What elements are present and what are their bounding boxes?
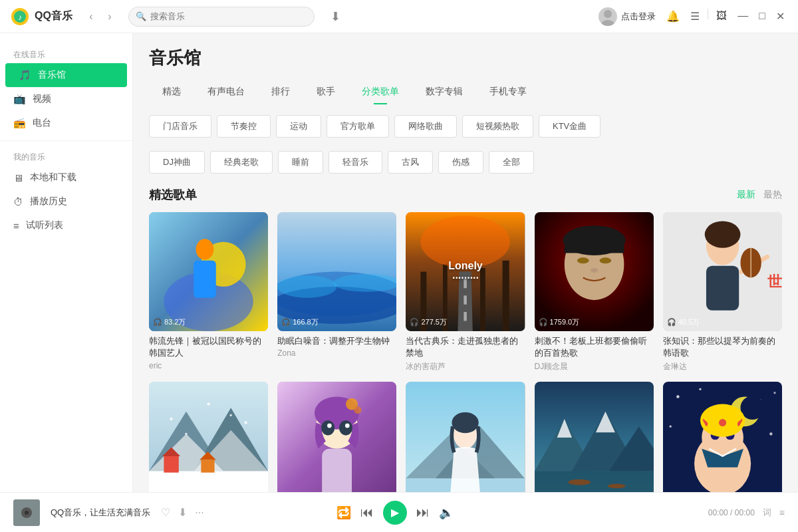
download-button[interactable]: ⬇ [178,506,187,519]
card-1[interactable]: 🎧 83.2万 韩流先锋｜被冠以国民称号的韩国艺人 eric [149,212,268,372]
cat-btn-light[interactable]: 轻音乐 [329,151,382,174]
sidebar-label-radio: 电台 [33,117,51,129]
forward-button[interactable]: › [102,9,118,25]
svg-point-53 [185,432,187,434]
tab-audiobook[interactable]: 有声电台 [194,80,258,104]
svg-point-64 [354,406,362,414]
svg-point-99 [25,511,29,515]
search-bar[interactable]: 🔍 [128,7,315,27]
cat-btn-store[interactable]: 门店音乐 [149,115,211,138]
volume-button[interactable]: 🔈 [439,505,454,520]
card-2-author: Zona [277,348,396,358]
sidebar: 在线音乐 🎵 音乐馆 📺 视频 📻 电台 我的音乐 🖥 本地和下载 ⏱ 播放历史… [0,33,133,492]
sidebar-item-video[interactable]: 📺 视频 [0,87,132,111]
card-4-image [535,212,654,331]
svg-point-86 [769,432,772,435]
card-5[interactable]: 世 🎧 40.5万 张知识：那些以提琴为前奏的韩语歌 金琳达 [663,212,782,372]
card-2[interactable]: 🎧 166.8万 助眠白噪音：调整开学生物钟 Zona [277,212,396,372]
tab-ranking[interactable]: 排行 [258,80,303,104]
svg-rect-23 [464,312,467,321]
sidebar-item-trial-list[interactable]: ≡ 试听列表 [0,213,132,237]
sidebar-item-local-download[interactable]: 🖥 本地和下载 [0,166,132,190]
tab-digital-album[interactable]: 数字专辑 [412,80,476,104]
prev-button[interactable]: ⏮ [360,505,374,520]
notification-icon[interactable]: 🔔 [664,9,682,24]
play-button[interactable]: ▶ [383,501,407,525]
svg-point-61 [345,423,350,428]
playlist-button[interactable]: ≡ [779,507,785,518]
sidebar-item-music-hall[interactable]: 🎵 音乐馆 [5,63,127,87]
skin-icon[interactable]: 🖼 [714,9,730,24]
svg-rect-45 [149,471,268,492]
card-10[interactable] [663,382,782,492]
section-tab-hot[interactable]: 最热 [763,189,782,201]
tabs-bar: 精选 有声电台 排行 歌手 分类歌单 数字专辑 手机专享 [149,80,782,104]
svg-point-30 [591,268,598,273]
tab-category[interactable]: 分类歌单 [348,80,412,104]
tab-artist[interactable]: 歌手 [303,80,348,104]
svg-text:世: 世 [767,273,782,290]
menu-icon[interactable]: ☰ [688,9,702,24]
search-input[interactable] [150,11,307,21]
next-button[interactable]: ⏭ [416,505,430,520]
card-9[interactable] [535,382,654,492]
minimize-button[interactable]: — [735,9,751,24]
card-4[interactable]: 🎧 1759.0万 刺激不！老板上班都要偷偷听的百首热歌 DJ顾念晨 [535,212,654,372]
svg-point-52 [244,421,247,424]
tab-featured[interactable]: 精选 [149,80,194,104]
cat-btn-sleep[interactable]: 睡前 [278,151,323,174]
cat-btn-sad[interactable]: 伤感 [438,151,483,174]
user-area[interactable]: 点击登录 [598,7,656,26]
cat-btn-ktv[interactable]: KTV金曲 [539,115,600,138]
cat-btn-short-video[interactable]: 短视频热歌 [462,115,533,138]
headphone-icon-3: 🎧 [410,318,419,327]
maximize-button[interactable]: □ [756,9,768,24]
cards-grid-row2 [149,382,782,492]
more-button[interactable]: ··· [195,507,203,519]
svg-point-70 [452,412,479,432]
section-tab-latest[interactable]: 最新 [737,189,755,201]
card-8[interactable] [406,382,525,492]
radio-icon: 📻 [13,117,26,129]
sidebar-item-radio[interactable]: 📻 电台 [0,111,132,135]
card-1-play-count: 🎧 83.2万 [153,317,186,327]
card-3-overlay: Lonely········· [448,260,483,284]
card-6[interactable] [149,382,268,492]
category-grid-row2: DJ神曲 经典老歌 睡前 轻音乐 古风 伤感 全部 [149,151,782,174]
svg-point-29 [599,257,611,263]
sidebar-label-trial-list: 试听列表 [26,219,63,231]
cat-btn-ancient[interactable]: 古风 [388,151,433,174]
player-controls: 🔁 ⏮ ▶ ⏭ 🔈 [336,501,454,525]
player-info: QQ音乐，让生活充满音乐 [51,507,150,519]
download-icon[interactable]: ⬇ [331,9,340,24]
card-7[interactable] [277,382,396,492]
tab-mobile-exclusive[interactable]: 手机专享 [476,80,540,104]
video-icon: 📺 [13,93,26,105]
loop-button[interactable]: 🔁 [336,505,351,520]
like-button[interactable]: ♡ [161,506,170,519]
card-5-title: 张知识：那些以提琴为前奏的韩语歌 [663,335,782,359]
cards-grid-row1: 🎧 83.2万 韩流先锋｜被冠以国民称号的韩国艺人 eric [149,212,782,372]
svg-point-3 [604,10,612,18]
lyrics-button[interactable]: 词 [763,507,771,519]
cat-btn-rhythm[interactable]: 节奏控 [217,115,271,138]
cat-btn-dj[interactable]: DJ神曲 [149,151,205,174]
section-header: 精选歌单 最新 最热 [149,187,782,203]
player-action-buttons: ♡ ⬇ ··· [161,506,203,519]
cat-btn-official[interactable]: 官方歌单 [327,115,389,138]
card-3[interactable]: Lonely········· 🎧 277.5万 当代古典乐：走进孤独患者的禁地… [406,212,525,372]
svg-rect-62 [322,448,352,492]
cat-btn-internet[interactable]: 网络歌曲 [394,115,457,138]
player-right: 00:00 / 00:00 词 ≡ [708,507,785,519]
cat-btn-all[interactable]: 全部 [489,151,534,174]
back-button[interactable]: ‹ [83,9,99,25]
close-button[interactable]: ✕ [773,9,787,24]
card-1-image [149,212,268,331]
cat-btn-classic[interactable]: 经典老歌 [210,151,273,174]
sidebar-item-play-history[interactable]: ⏱ 播放历史 [0,190,132,213]
card-6-img-wrap [149,382,268,492]
cat-btn-sport[interactable]: 运动 [276,115,321,138]
login-text[interactable]: 点击登录 [621,11,656,23]
svg-point-54 [230,414,232,416]
card-8-img-wrap [406,382,525,492]
